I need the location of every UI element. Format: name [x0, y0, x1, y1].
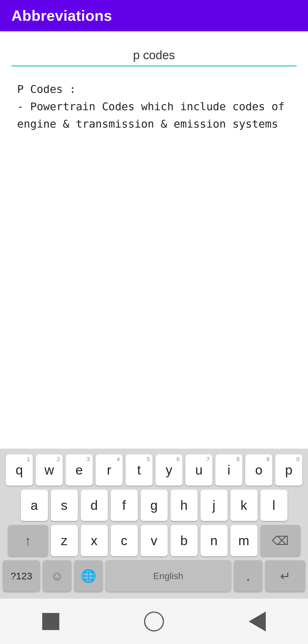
home-icon	[144, 612, 164, 631]
keyboard-row-2: a s d f g h j k l	[3, 490, 305, 521]
key-a[interactable]: a	[21, 490, 48, 521]
keyboard-row-1: 1q 2w 3e 4r 5t 6y 7u 8i 9o 0p	[3, 454, 305, 486]
key-u[interactable]: 7u	[185, 454, 212, 486]
globe-key[interactable]: 🌐	[74, 560, 103, 592]
recent-apps-button[interactable]	[42, 613, 59, 630]
period-key[interactable]: .	[234, 560, 262, 592]
search-area	[0, 31, 308, 66]
key-p[interactable]: 0p	[275, 454, 302, 486]
key-w[interactable]: 2w	[36, 454, 63, 486]
space-key[interactable]: English	[106, 560, 231, 592]
key-r[interactable]: 4r	[96, 454, 123, 486]
num-key[interactable]: ?123	[3, 560, 40, 592]
key-z[interactable]: z	[51, 525, 78, 556]
back-button[interactable]	[249, 612, 266, 631]
key-e[interactable]: 3e	[66, 454, 93, 486]
shift-key[interactable]: ↑	[8, 525, 48, 556]
key-s[interactable]: s	[51, 490, 78, 521]
recent-apps-icon	[42, 613, 59, 630]
nav-bar	[0, 598, 308, 644]
key-y[interactable]: 6y	[155, 454, 183, 486]
key-q[interactable]: 1q	[6, 454, 33, 486]
app-title: Abbreviations	[11, 7, 112, 24]
key-t[interactable]: 5t	[125, 454, 153, 486]
search-input[interactable]	[11, 48, 297, 66]
content-text: P Codes : - Powertrain Codes which inclu…	[17, 81, 291, 132]
key-i[interactable]: 8i	[215, 454, 242, 486]
key-o[interactable]: 9o	[245, 454, 272, 486]
app-header: Abbreviations	[0, 0, 308, 31]
key-d[interactable]: d	[81, 490, 108, 521]
key-g[interactable]: g	[141, 490, 168, 521]
enter-key[interactable]: ↵	[265, 560, 305, 592]
key-k[interactable]: k	[230, 490, 258, 521]
key-n[interactable]: n	[200, 525, 228, 556]
key-v[interactable]: v	[141, 525, 168, 556]
key-l[interactable]: l	[260, 490, 287, 521]
home-button[interactable]	[144, 612, 164, 631]
content-area: P Codes : - Powertrain Codes which inclu…	[0, 66, 308, 132]
backspace-icon: ⌫	[272, 534, 289, 548]
backspace-key[interactable]: ⌫	[260, 525, 300, 556]
key-m[interactable]: m	[230, 525, 258, 556]
keyboard: 1q 2w 3e 4r 5t 6y 7u 8i 9o 0p a s d f g …	[0, 449, 308, 598]
back-icon	[249, 612, 266, 631]
key-x[interactable]: x	[81, 525, 108, 556]
key-f[interactable]: f	[111, 490, 138, 521]
key-j[interactable]: j	[200, 490, 228, 521]
enter-icon: ↵	[280, 569, 291, 583]
shift-arrow-icon: ↑	[25, 533, 31, 549]
key-b[interactable]: b	[171, 525, 198, 556]
globe-icon: 🌐	[81, 569, 96, 583]
keyboard-row-3: ↑ z x c v b n m ⌫	[3, 525, 305, 556]
key-h[interactable]: h	[171, 490, 198, 521]
keyboard-row-4: ?123 ☺ 🌐 English . ↵	[3, 560, 305, 592]
emoji-icon: ☺	[51, 569, 64, 583]
emoji-key[interactable]: ☺	[43, 560, 71, 592]
key-c[interactable]: c	[111, 525, 138, 556]
